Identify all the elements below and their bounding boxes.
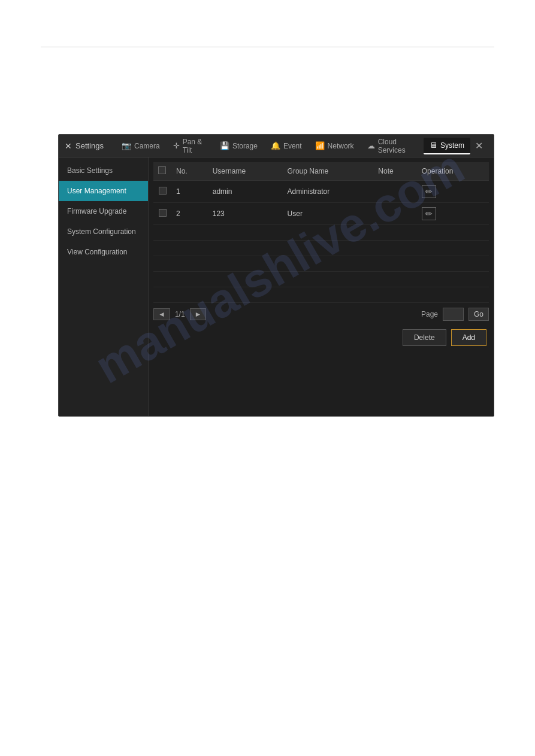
row2-checkbox[interactable] bbox=[159, 209, 167, 217]
table-row: 2 123 User ✏ bbox=[153, 203, 489, 225]
col-header-group-name: Group Name bbox=[283, 162, 374, 181]
sidebar-item-view-configuration[interactable]: View Configuration bbox=[59, 242, 148, 262]
table-row bbox=[153, 256, 489, 272]
sidebar-basic-settings-label: Basic Settings bbox=[67, 166, 113, 175]
row1-username: admin bbox=[208, 181, 283, 203]
tab-system[interactable]: 🖥 System bbox=[424, 138, 470, 154]
pan-tilt-icon: ✛ bbox=[173, 141, 180, 150]
row2-checkbox-cell bbox=[153, 203, 171, 225]
content-area: No. Username Group Name Note Operation 1… bbox=[149, 157, 494, 416]
next-page-button[interactable]: ► bbox=[190, 308, 207, 320]
sidebar-firmware-upgrade-label: Firmware Upgrade bbox=[67, 207, 126, 215]
col-header-checkbox bbox=[153, 162, 171, 181]
prev-page-button[interactable]: ◄ bbox=[153, 308, 170, 320]
sidebar-view-configuration-label: View Configuration bbox=[67, 248, 128, 256]
window-title: Settings bbox=[75, 141, 104, 150]
user-table: No. Username Group Name Note Operation 1… bbox=[153, 162, 489, 303]
storage-icon: 💾 bbox=[220, 141, 229, 150]
table-header-row: No. Username Group Name Note Operation bbox=[153, 162, 489, 181]
table-row: 1 admin Administrator ✏ bbox=[153, 181, 489, 203]
sidebar-user-management-label: User Management bbox=[67, 187, 126, 195]
row1-operation: ✏ bbox=[417, 181, 489, 203]
settings-icon: ✕ bbox=[65, 141, 72, 151]
cloud-icon: ☁ bbox=[367, 141, 375, 150]
go-button[interactable]: Go bbox=[468, 308, 489, 321]
tab-camera-label: Camera bbox=[134, 142, 160, 150]
system-icon: 🖥 bbox=[430, 141, 437, 150]
delete-button[interactable]: Delete bbox=[403, 329, 446, 346]
row2-username: 123 bbox=[208, 203, 283, 225]
tab-system-label: System bbox=[440, 141, 464, 150]
sidebar-item-basic-settings[interactable]: Basic Settings bbox=[59, 160, 148, 181]
tab-cloud-services-label: Cloud Services bbox=[378, 138, 416, 154]
bottom-actions: Delete Add bbox=[153, 326, 489, 350]
top-divider bbox=[41, 47, 494, 47]
sidebar-item-system-configuration[interactable]: System Configuration bbox=[59, 221, 148, 242]
tab-cloud-services[interactable]: ☁ Cloud Services bbox=[361, 138, 422, 154]
col-header-operation: Operation bbox=[417, 162, 489, 181]
row2-group-name: User bbox=[283, 203, 374, 225]
tab-event-label: Event bbox=[283, 142, 302, 150]
header-checkbox[interactable] bbox=[158, 166, 166, 174]
col-header-username: Username bbox=[208, 162, 283, 181]
tab-bar: 📷 Camera ✛ Pan & Tilt 💾 Storage 🔔 Event … bbox=[116, 138, 470, 154]
pagination: ◄ 1/1 ► Page Go bbox=[153, 303, 489, 326]
title-bar: ✕ Settings 📷 Camera ✛ Pan & Tilt 💾 Stora… bbox=[59, 135, 494, 157]
tab-network-label: Network bbox=[328, 142, 354, 150]
row2-no: 2 bbox=[171, 203, 208, 225]
tab-pan-tilt-label: Pan & Tilt bbox=[183, 138, 207, 154]
page-number-input[interactable] bbox=[443, 308, 464, 321]
row1-note bbox=[373, 181, 416, 203]
tab-network[interactable]: 📶 Network bbox=[309, 138, 360, 154]
sidebar: Basic Settings User Management Firmware … bbox=[59, 157, 149, 416]
tab-event[interactable]: 🔔 Event bbox=[265, 138, 308, 154]
col-header-no: No. bbox=[171, 162, 208, 181]
row1-edit-icon[interactable]: ✏ bbox=[422, 185, 436, 198]
row2-note bbox=[373, 203, 416, 225]
sidebar-item-user-management[interactable]: User Management bbox=[59, 181, 148, 201]
network-icon: 📶 bbox=[315, 141, 325, 150]
tab-storage[interactable]: 💾 Storage bbox=[214, 138, 264, 154]
event-icon: 🔔 bbox=[271, 141, 280, 150]
row2-operation: ✏ bbox=[417, 203, 489, 225]
table-row bbox=[153, 287, 489, 303]
tab-pan-tilt[interactable]: ✛ Pan & Tilt bbox=[167, 138, 213, 154]
sidebar-system-configuration-label: System Configuration bbox=[67, 227, 136, 236]
row1-checkbox[interactable] bbox=[159, 187, 167, 195]
row1-group-name: Administrator bbox=[283, 181, 374, 203]
settings-window: ✕ Settings 📷 Camera ✛ Pan & Tilt 💾 Stora… bbox=[58, 134, 494, 417]
close-button[interactable]: ✕ bbox=[470, 138, 488, 154]
title-bar-left: ✕ Settings bbox=[65, 141, 104, 151]
col-header-note: Note bbox=[373, 162, 416, 181]
row2-edit-icon[interactable]: ✏ bbox=[422, 207, 436, 220]
row1-checkbox-cell bbox=[153, 181, 171, 203]
sidebar-item-firmware-upgrade[interactable]: Firmware Upgrade bbox=[59, 201, 148, 221]
table-row bbox=[153, 225, 489, 241]
tab-storage-label: Storage bbox=[232, 142, 258, 150]
tab-camera[interactable]: 📷 Camera bbox=[116, 138, 166, 154]
page-label: Page bbox=[421, 310, 438, 318]
add-button[interactable]: Add bbox=[451, 329, 486, 346]
row1-no: 1 bbox=[171, 181, 208, 203]
main-content: Basic Settings User Management Firmware … bbox=[59, 157, 494, 416]
page-info: 1/1 bbox=[175, 310, 185, 318]
camera-icon: 📷 bbox=[122, 141, 131, 150]
table-row bbox=[153, 272, 489, 287]
table-row bbox=[153, 241, 489, 256]
